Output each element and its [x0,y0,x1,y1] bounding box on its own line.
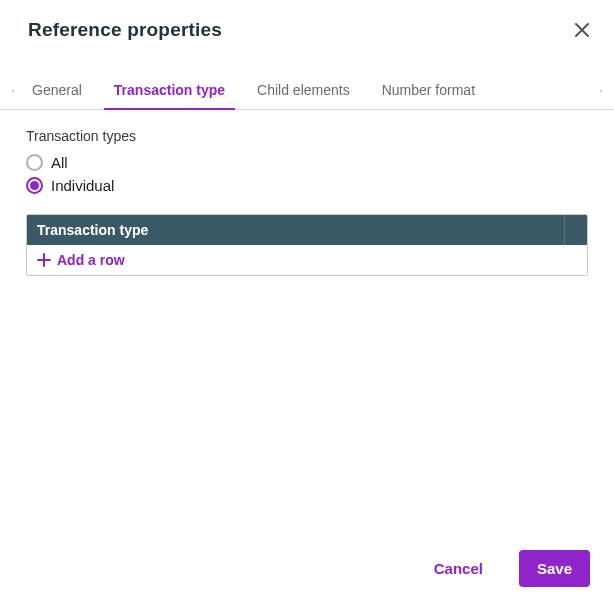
plus-icon [37,253,51,267]
tab-child-elements[interactable]: Child elements [241,72,366,109]
tab-general[interactable]: General [16,72,98,109]
cancel-button[interactable]: Cancel [416,550,501,587]
radio-label: Individual [51,177,114,194]
section-label: Transaction types [26,128,588,144]
table-header-row: Transaction type [27,215,587,245]
close-button[interactable] [570,18,594,42]
close-icon [574,22,590,38]
tab-bar: General Transaction type Child elements … [0,72,614,110]
tab-content: Transaction types All Individual Transac… [0,110,614,534]
radio-individual[interactable]: Individual [26,177,588,194]
radio-icon [26,154,43,171]
save-button[interactable]: Save [519,550,590,587]
dialog: Reference properties General Transaction… [0,0,614,609]
tab-indicator-dot [12,90,14,92]
radio-icon [26,177,43,194]
add-row-button[interactable]: Add a row [27,245,587,275]
add-row-label: Add a row [57,252,125,268]
dialog-header: Reference properties [0,0,614,54]
tab-indicator-dot [600,90,602,92]
radio-label: All [51,154,68,171]
column-header-spacer [565,215,587,245]
tab-transaction-type[interactable]: Transaction type [98,72,241,109]
dialog-title: Reference properties [28,19,222,41]
tab-number-format[interactable]: Number format [366,72,491,109]
radio-all[interactable]: All [26,154,588,171]
transaction-type-table: Transaction type Add a row [26,214,588,276]
column-header-transaction-type: Transaction type [27,215,565,245]
dialog-footer: Cancel Save [0,534,614,609]
radio-group-transaction-types: All Individual [26,154,588,194]
